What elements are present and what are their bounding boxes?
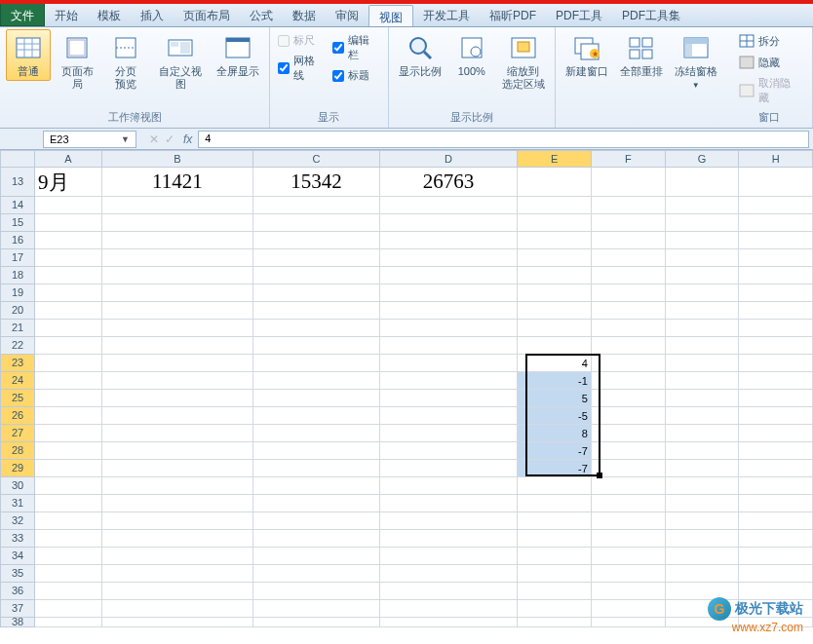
row-header-13[interactable]: 13	[0, 168, 35, 197]
cell-H24[interactable]	[739, 372, 813, 390]
cell-H18[interactable]	[739, 267, 813, 284]
cell-G31[interactable]	[666, 495, 740, 512]
cell-A24[interactable]	[35, 372, 102, 390]
fx-icon[interactable]: fx	[183, 133, 192, 146]
row-header-19[interactable]: 19	[0, 284, 35, 302]
cell-E21[interactable]	[518, 320, 592, 337]
cell-C15[interactable]	[253, 214, 380, 232]
cell-C26[interactable]	[253, 407, 380, 425]
cell-F34[interactable]	[592, 548, 666, 565]
column-headers[interactable]: ABCDEFGH	[35, 150, 813, 168]
row-header-34[interactable]: 34	[0, 548, 35, 565]
cell-H29[interactable]	[739, 460, 813, 477]
cell-D37[interactable]	[380, 600, 518, 618]
cell-B32[interactable]	[102, 512, 253, 530]
tab-PDF工具[interactable]: PDF工具	[546, 4, 612, 26]
cell-A32[interactable]	[35, 512, 102, 530]
cell-F37[interactable]	[592, 600, 666, 618]
cell-C19[interactable]	[253, 284, 380, 302]
cell-H16[interactable]	[739, 232, 813, 249]
cell-E30[interactable]	[518, 477, 592, 495]
cell-D35[interactable]	[380, 565, 518, 583]
cell-H28[interactable]	[739, 442, 813, 460]
cell-B21[interactable]	[102, 320, 253, 337]
custom-view-button[interactable]: 自定义视图	[152, 29, 209, 94]
cell-D28[interactable]	[380, 442, 518, 460]
formula-input[interactable]: 4	[198, 131, 809, 148]
cell-C28[interactable]	[253, 442, 380, 460]
cell-H22[interactable]	[739, 337, 813, 355]
cell-B29[interactable]	[102, 460, 253, 477]
cell-E35[interactable]	[518, 565, 592, 583]
cell-E36[interactable]	[518, 583, 592, 600]
cell-H15[interactable]	[739, 214, 813, 232]
cell-A18[interactable]	[35, 267, 102, 284]
tab-模板[interactable]: 模板	[88, 4, 131, 26]
cell-D38[interactable]	[380, 618, 518, 627]
cell-E32[interactable]	[518, 512, 592, 530]
tab-file[interactable]: 文件	[0, 4, 45, 26]
cell-B27[interactable]	[102, 425, 253, 442]
page-layout-button[interactable]: 页面布局	[55, 29, 99, 94]
cell-D15[interactable]	[380, 214, 518, 232]
arrange-all-button[interactable]: 全部重排	[616, 29, 667, 81]
cell-H35[interactable]	[739, 565, 813, 583]
cell-D14[interactable]	[380, 197, 518, 214]
cell-A30[interactable]	[35, 477, 102, 495]
cell-A20[interactable]	[35, 302, 102, 320]
cell-E23[interactable]: 4	[518, 355, 592, 372]
cell-D33[interactable]	[380, 530, 518, 548]
cell-H31[interactable]	[739, 495, 813, 512]
page-break-button[interactable]: 分页 预览	[103, 29, 148, 94]
cell-D25[interactable]	[380, 390, 518, 407]
cell-C17[interactable]	[253, 249, 380, 267]
cell-F25[interactable]	[592, 390, 666, 407]
cell-H19[interactable]	[739, 284, 813, 302]
cell-F20[interactable]	[592, 302, 666, 320]
cell-A27[interactable]	[35, 425, 102, 442]
cell-G17[interactable]	[666, 249, 740, 267]
cell-D16[interactable]	[380, 232, 518, 249]
cell-A23[interactable]	[35, 355, 102, 372]
cell-B16[interactable]	[102, 232, 253, 249]
cell-E38[interactable]	[518, 618, 592, 627]
col-header-A[interactable]: A	[35, 150, 102, 168]
cell-A35[interactable]	[35, 565, 102, 583]
cell-H21[interactable]	[739, 320, 813, 337]
tab-审阅[interactable]: 审阅	[326, 4, 368, 26]
col-header-F[interactable]: F	[592, 150, 666, 168]
cell-E25[interactable]: 5	[518, 390, 592, 407]
cell-C38[interactable]	[253, 618, 380, 627]
cell-A13[interactable]: 9月	[35, 168, 102, 197]
headings-checkbox[interactable]: 标题	[332, 68, 379, 83]
cell-F23[interactable]	[592, 355, 666, 372]
cell-F21[interactable]	[592, 320, 666, 337]
row-header-17[interactable]: 17	[0, 249, 35, 267]
cell-E18[interactable]	[518, 267, 592, 284]
row-header-32[interactable]: 32	[0, 512, 35, 530]
cell-A28[interactable]	[35, 442, 102, 460]
cell-G30[interactable]	[666, 477, 740, 495]
cell-E15[interactable]	[518, 214, 592, 232]
row-header-31[interactable]: 31	[0, 495, 35, 512]
cell-A38[interactable]	[35, 618, 102, 627]
freeze-panes-button[interactable]: 冻结窗格▼	[671, 29, 721, 95]
tab-福昕PDF[interactable]: 福昕PDF	[480, 4, 546, 26]
gridlines-checkbox[interactable]: 网格线	[278, 54, 325, 83]
cell-F27[interactable]	[592, 425, 666, 442]
cell-C25[interactable]	[253, 390, 380, 407]
cell-F29[interactable]	[592, 460, 666, 477]
cell-A16[interactable]	[35, 232, 102, 249]
row-header-36[interactable]: 36	[0, 583, 35, 600]
cell-B30[interactable]	[102, 477, 253, 495]
tab-开始[interactable]: 开始	[45, 4, 88, 26]
namebox-dropdown-icon[interactable]: ▼	[121, 134, 130, 144]
cell-D30[interactable]	[380, 477, 518, 495]
cell-B17[interactable]	[102, 249, 253, 267]
cell-D21[interactable]	[380, 320, 518, 337]
col-header-G[interactable]: G	[666, 150, 740, 168]
cell-G23[interactable]	[666, 355, 740, 372]
row-header-26[interactable]: 26	[0, 407, 35, 425]
cell-D17[interactable]	[380, 249, 518, 267]
cell-D36[interactable]	[380, 583, 518, 600]
